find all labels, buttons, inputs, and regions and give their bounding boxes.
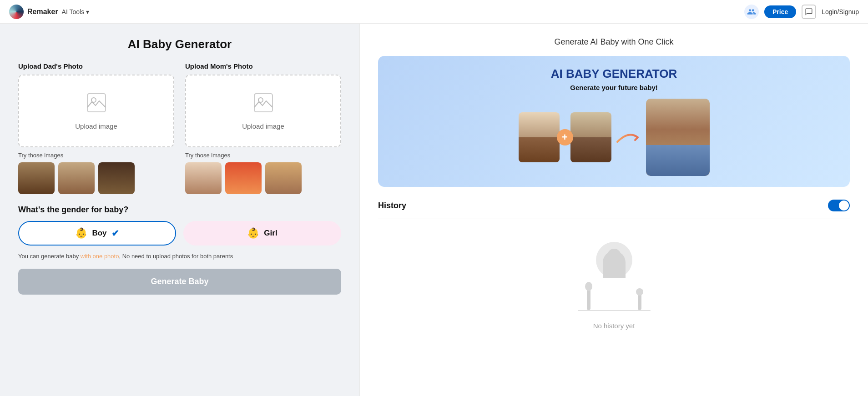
history-divider bbox=[378, 219, 850, 219]
history-row: History bbox=[378, 200, 850, 211]
gender-section: What's the gender for baby? 👶 Boy ✔ 👶 Gi… bbox=[18, 205, 341, 246]
right-panel: Generate AI Baby with One Click AI BABY … bbox=[359, 24, 868, 396]
main-container: AI Baby Generator Upload Dad's Photo Upl… bbox=[0, 24, 868, 396]
promo-title: AI BABY GENERATOR bbox=[389, 67, 839, 81]
history-label: History bbox=[378, 201, 406, 211]
history-toggle[interactable] bbox=[828, 200, 850, 211]
price-button[interactable]: Price bbox=[764, 5, 796, 18]
page-title: AI Baby Generator bbox=[18, 37, 341, 51]
logo-text: Remaker bbox=[27, 8, 58, 16]
promo-banner: AI BABY GENERATOR Generate your future b… bbox=[378, 56, 850, 187]
boy-button[interactable]: 👶 Boy ✔ bbox=[18, 221, 176, 246]
boy-check-icon: ✔ bbox=[111, 228, 119, 239]
mom-upload-label: Upload Mom's Photo bbox=[185, 62, 341, 70]
one-photo-note: You can generate baby with one photo, No… bbox=[18, 252, 341, 261]
promo-dad-face bbox=[570, 112, 611, 162]
chevron-down-icon: ▾ bbox=[86, 8, 89, 15]
chat-icon[interactable] bbox=[802, 5, 816, 19]
mom-upload-text: Upload image bbox=[242, 122, 284, 130]
girl-emoji: 👶 bbox=[247, 227, 259, 239]
promo-mom-face bbox=[519, 112, 560, 162]
promo-subtitle: Generate your future baby! bbox=[389, 84, 839, 91]
dad-upload-section: Upload Dad's Photo Upload image Try thos… bbox=[18, 62, 174, 194]
mom-sample-2[interactable] bbox=[225, 162, 262, 194]
mom-upload-icon bbox=[252, 92, 274, 118]
dad-upload-label: Upload Dad's Photo bbox=[18, 62, 174, 70]
right-title: Generate AI Baby with One Click bbox=[378, 37, 850, 47]
mom-upload-section: Upload Mom's Photo Upload image Try thos… bbox=[185, 62, 341, 194]
one-photo-link[interactable]: with one photo bbox=[81, 253, 119, 260]
dad-try-label: Try those images bbox=[18, 152, 174, 159]
girl-button[interactable]: 👶 Girl bbox=[183, 221, 341, 246]
plus-icon: + bbox=[557, 129, 573, 145]
promo-images: + bbox=[389, 99, 839, 176]
mom-try-label: Try those images bbox=[185, 152, 341, 159]
svg-rect-2 bbox=[254, 94, 273, 112]
dad-sample-3[interactable] bbox=[98, 162, 135, 194]
no-history-illustration bbox=[573, 242, 655, 315]
navbar-left: Remaker AI Tools ▾ bbox=[9, 5, 89, 19]
gender-title: What's the gender for baby? bbox=[18, 205, 341, 215]
login-button[interactable]: Login/Signup bbox=[822, 8, 859, 15]
upload-row: Upload Dad's Photo Upload image Try thos… bbox=[18, 62, 341, 194]
navbar-right: Price Login/Signup bbox=[744, 5, 859, 19]
dad-sample-2[interactable] bbox=[58, 162, 95, 194]
dad-sample-1[interactable] bbox=[18, 162, 55, 194]
toggle-knob bbox=[839, 201, 849, 211]
dad-upload-icon bbox=[86, 92, 107, 118]
dad-upload-box[interactable]: Upload image bbox=[18, 75, 174, 147]
generate-baby-button[interactable]: Generate Baby bbox=[18, 269, 341, 295]
logo-icon bbox=[9, 5, 24, 19]
dad-upload-text: Upload image bbox=[75, 122, 117, 130]
boy-label: Boy bbox=[92, 229, 106, 238]
mom-sample-images bbox=[185, 162, 341, 194]
dad-sample-images bbox=[18, 162, 174, 194]
svg-rect-0 bbox=[87, 94, 106, 112]
left-panel: AI Baby Generator Upload Dad's Photo Upl… bbox=[0, 24, 359, 396]
gender-row: 👶 Boy ✔ 👶 Girl bbox=[18, 221, 341, 246]
mom-sample-1[interactable] bbox=[185, 162, 222, 194]
mom-upload-box[interactable]: Upload image bbox=[185, 75, 341, 147]
mom-sample-3[interactable] bbox=[265, 162, 302, 194]
navbar: Remaker AI Tools ▾ Price Login/Signup bbox=[0, 0, 868, 24]
no-history-text: No history yet bbox=[593, 322, 635, 330]
people-icon[interactable] bbox=[744, 5, 759, 19]
no-history-area: No history yet bbox=[378, 228, 850, 343]
ai-tools-button[interactable]: AI Tools ▾ bbox=[62, 8, 90, 15]
girl-label: Girl bbox=[264, 229, 277, 238]
boy-emoji: 👶 bbox=[75, 227, 87, 239]
arrow-icon bbox=[611, 128, 646, 146]
promo-baby-face bbox=[646, 99, 710, 176]
